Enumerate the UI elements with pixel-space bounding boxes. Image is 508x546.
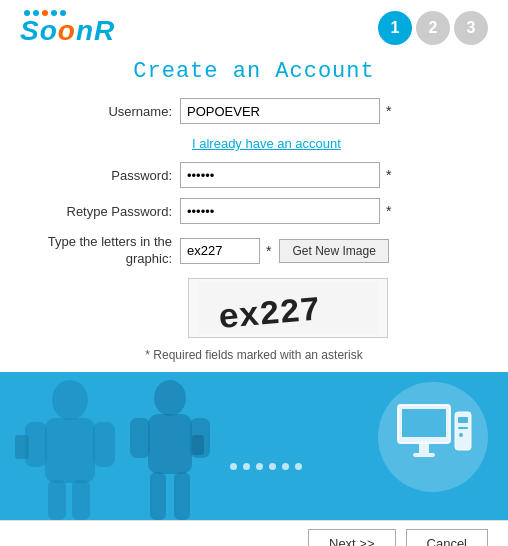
svg-rect-7	[72, 480, 90, 520]
cancel-button[interactable]: Cancel	[406, 529, 488, 546]
account-link-row: I already have an account	[188, 134, 478, 152]
form: Username: * I already have an account Pa…	[0, 98, 508, 362]
signal-dot-4	[269, 463, 276, 470]
username-required-star: *	[386, 103, 391, 119]
svg-rect-22	[458, 427, 468, 429]
header: SoonR 1 2 3	[0, 0, 508, 51]
bottom-bar: Next >> Cancel	[0, 520, 508, 546]
signal-dot-2	[243, 463, 250, 470]
signal-dot-5	[282, 463, 289, 470]
captcha-label: Type the letters in the graphic:	[30, 234, 180, 268]
account-link[interactable]: I already have an account	[192, 136, 341, 151]
get-new-image-button[interactable]: Get New Image	[279, 239, 388, 263]
svg-rect-14	[174, 472, 190, 520]
signal-dot-6	[295, 463, 302, 470]
username-label: Username:	[30, 104, 180, 119]
step-2: 2	[416, 11, 450, 45]
svg-rect-3	[45, 418, 95, 483]
captcha-required-star: *	[266, 243, 271, 259]
captcha-input-row: Type the letters in the graphic: * Get N…	[30, 234, 478, 268]
required-note: * Required fields marked with an asteris…	[30, 348, 478, 362]
signal-dot-1	[230, 463, 237, 470]
next-button[interactable]: Next >>	[308, 529, 396, 546]
password-input[interactable]	[180, 162, 380, 188]
svg-rect-17	[402, 409, 446, 437]
logo: SoonR	[20, 10, 115, 45]
step-3: 3	[454, 11, 488, 45]
password-row: Password: *	[30, 162, 478, 188]
svg-rect-11	[130, 418, 150, 458]
username-row: Username: *	[30, 98, 478, 124]
signal-dot-3	[256, 463, 263, 470]
retype-required-star: *	[386, 203, 391, 219]
signal-dots	[230, 463, 302, 470]
svg-rect-21	[458, 417, 468, 423]
step-1: 1	[378, 11, 412, 45]
captcha-svg: ex227	[198, 282, 378, 334]
svg-rect-6	[48, 480, 66, 520]
svg-point-23	[459, 433, 463, 437]
illustration	[0, 372, 508, 520]
password-required-star: *	[386, 167, 391, 183]
svg-rect-13	[150, 472, 166, 520]
steps-indicator: 1 2 3	[378, 11, 488, 45]
username-input[interactable]	[180, 98, 380, 124]
silhouette-left-icon	[10, 380, 130, 520]
password-label: Password:	[30, 168, 180, 183]
svg-rect-15	[192, 435, 204, 455]
svg-rect-18	[419, 443, 429, 453]
retype-password-row: Retype Password: *	[30, 198, 478, 224]
svg-point-2	[52, 380, 88, 420]
computer-circle	[378, 382, 488, 492]
svg-rect-5	[93, 422, 115, 467]
retype-label: Retype Password:	[30, 204, 180, 219]
captcha-image: ex227	[188, 278, 388, 338]
silhouette-center-icon	[120, 380, 220, 520]
logo-text: SoonR	[20, 17, 115, 45]
svg-rect-19	[413, 453, 435, 457]
computer-icon	[393, 397, 473, 477]
page-title: Create an Account	[0, 59, 508, 84]
retype-password-input[interactable]	[180, 198, 380, 224]
svg-point-9	[154, 380, 186, 416]
svg-rect-8	[15, 435, 29, 459]
svg-rect-10	[148, 414, 192, 474]
captcha-input[interactable]	[180, 238, 260, 264]
